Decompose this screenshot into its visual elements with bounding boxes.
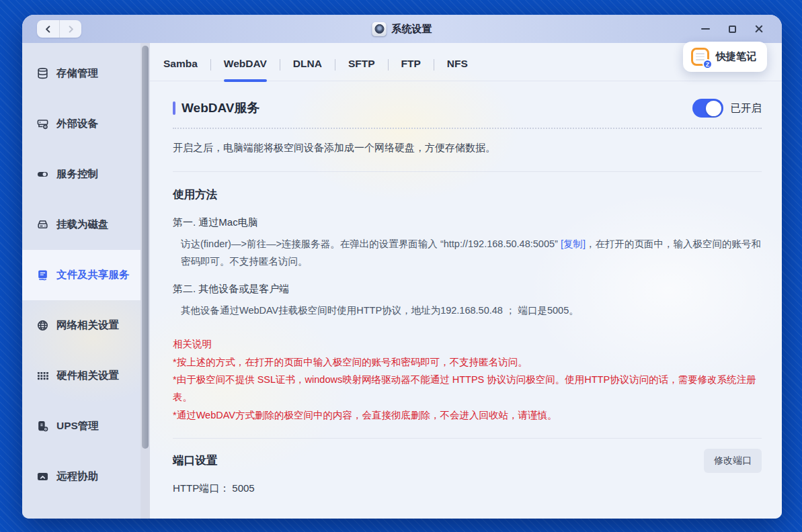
maximize-icon[interactable] [727, 24, 737, 34]
system-settings-app-icon [372, 22, 387, 36]
sidebar-item-storage[interactable]: 存储管理 [22, 48, 141, 99]
sidebar-item-remote-assistance[interactable]: 远程协助 [22, 451, 141, 502]
network-globe-icon [36, 319, 49, 332]
main-content: Samba WebDAV DLNA SFTP FTP NFS WebDAV服务 [150, 43, 782, 519]
sidebar-item-file-sharing-services[interactable]: 文件及共享服务 [22, 250, 141, 300]
tab-separator [434, 59, 434, 71]
usage-step1-title: 第一. 通过Mac电脑 [173, 216, 762, 229]
note-line-2: *由于极空间不提供 SSL证书，windows映射网络驱动器不能通过 HTTPS… [173, 371, 762, 406]
webdav-service-title: WebDAV服务 [182, 99, 259, 117]
tab-separator [388, 59, 389, 71]
sidebar-item-service-control[interactable]: 服务控制 [22, 149, 141, 200]
sidebar-item-label: 挂载为磁盘 [56, 218, 109, 232]
toggle-state-label: 已开启 [731, 101, 762, 116]
scrollbar-track[interactable] [141, 43, 150, 519]
step1-text-before: 访达(finder)—>前往—>连接服务器。在弹出的设置界面输入 “http:/… [181, 238, 561, 249]
hardware-grid-icon [36, 369, 49, 382]
section-divider [173, 438, 762, 439]
quick-note-button[interactable]: Z 快捷笔记 [683, 42, 767, 72]
notepad-icon: Z [691, 48, 709, 66]
sidebar-item-label: 远程协助 [56, 470, 98, 484]
mount-disk-icon [36, 218, 49, 231]
sidebar-item-external-devices[interactable]: 外部设备 [22, 99, 141, 149]
forward-button[interactable] [59, 20, 81, 38]
tab-separator [210, 59, 211, 71]
sidebar-item-hardware-settings[interactable]: 硬件相关设置 [22, 351, 141, 401]
storage-icon [36, 67, 49, 80]
window-title: 系统设置 [392, 23, 432, 36]
minimize-icon[interactable] [700, 24, 711, 34]
usage-step1-text: 访达(finder)—>前往—>连接服务器。在弹出的设置界面输入 “http:/… [181, 235, 762, 270]
tab-dlna[interactable]: DLNA [293, 58, 322, 81]
tab-samba[interactable]: Samba [163, 58, 198, 81]
dotted-divider [173, 128, 762, 129]
http-port-value: HTTP端口： 5005 [173, 482, 762, 495]
notes-heading: 相关说明 [173, 335, 762, 353]
system-settings-window: 系统设置 Z 快捷笔记 存储管理 [22, 15, 782, 519]
chevron-left-icon [44, 26, 52, 33]
tab-ftp[interactable]: FTP [401, 58, 421, 81]
sidebar-item-label: 硬件相关设置 [56, 369, 119, 383]
back-button[interactable] [37, 20, 59, 38]
usage-heading: 使用方法 [173, 187, 762, 202]
copy-link[interactable]: [复制] [561, 238, 586, 249]
sidebar-item-label: 外部设备 [56, 117, 98, 131]
chevron-right-icon [67, 26, 75, 33]
sidebar-item-network-settings[interactable]: 网络相关设置 [22, 300, 141, 351]
nav-button-group [37, 20, 81, 38]
ups-icon [36, 420, 49, 433]
sidebar-item-mount-as-disk[interactable]: 挂载为磁盘 [22, 200, 141, 250]
modify-port-button[interactable]: 修改端口 [704, 449, 762, 473]
sidebar-item-ups-management[interactable]: UPS管理 [22, 401, 141, 451]
quick-note-label: 快捷笔记 [716, 50, 756, 63]
external-device-icon [36, 118, 49, 130]
close-icon[interactable] [754, 24, 764, 34]
note-line-3: *通过WebDAV方式删除的极空间中的内容，会直接彻底删除，不会进入回收站，请谨… [173, 406, 762, 424]
sidebar: 存储管理 外部设备 服务控制 挂载为磁盘 [22, 43, 141, 519]
usage-step2-title: 第二. 其他设备或是客户端 [173, 283, 762, 296]
usage-step2-text: 其他设备通过WebDAV挂载极空间时使用HTTP协议，地址为192.168.50… [181, 302, 762, 319]
remote-assist-icon [36, 470, 49, 483]
tab-webdav[interactable]: WebDAV [224, 58, 267, 81]
accent-bar [173, 101, 175, 115]
section-divider [173, 171, 762, 172]
tab-separator [280, 59, 280, 71]
tab-nfs[interactable]: NFS [447, 58, 468, 81]
note-line-1: *按上述的方式，在打开的页面中输入极空间的账号和密码即可，不支持匿名访问。 [173, 353, 762, 371]
tab-sftp[interactable]: SFTP [348, 58, 375, 81]
webdav-toggle[interactable] [692, 99, 723, 118]
sidebar-item-label: 文件及共享服务 [56, 268, 130, 282]
file-share-icon [36, 269, 49, 281]
port-settings-heading: 端口设置 [173, 453, 217, 468]
webdav-description: 开启之后，电脑端能将极空间设备添加成一个网络硬盘，方便存储数据。 [173, 142, 762, 154]
warning-notes: 相关说明 *按上述的方式，在打开的页面中输入极空间的账号和密码即可，不支持匿名访… [173, 335, 762, 424]
sidebar-item-label: 服务控制 [56, 167, 98, 181]
service-toggle-icon [36, 168, 49, 181]
titlebar: 系统设置 [22, 15, 782, 43]
sidebar-item-label: UPS管理 [56, 419, 99, 433]
sidebar-item-label: 网络相关设置 [56, 318, 119, 332]
sidebar-item-label: 存储管理 [56, 66, 98, 81]
scrollbar-thumb[interactable] [142, 46, 149, 449]
tab-separator [335, 59, 335, 71]
